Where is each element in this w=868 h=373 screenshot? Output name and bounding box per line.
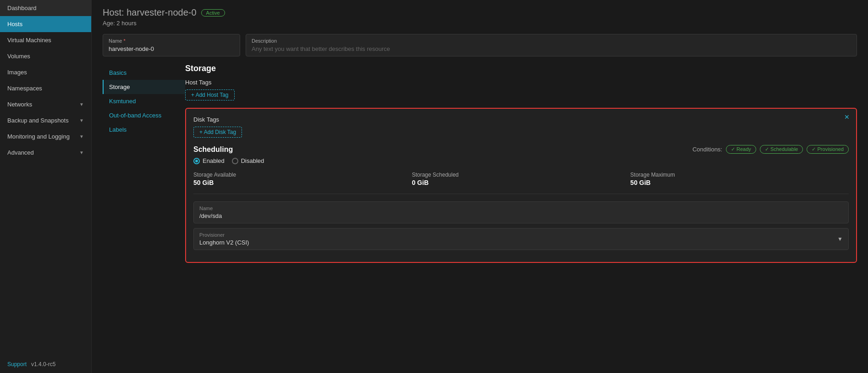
fields-row: Name * harvester-node-0 Description Any … xyxy=(103,34,857,56)
sidebar-item-advanced[interactable]: Advanced ▼ xyxy=(0,145,91,161)
scheduling-row: Scheduling Conditions: ✓ Ready ✓ Schedul… xyxy=(193,145,849,154)
condition-ready: ✓ Ready xyxy=(726,145,756,154)
sidebar-item-virtual-machines[interactable]: Virtual Machines xyxy=(0,32,91,48)
enabled-radio[interactable] xyxy=(193,158,200,164)
sidebar-item-networks[interactable]: Networks ▼ xyxy=(0,96,91,112)
subnav-ksmtuned[interactable]: Ksmtuned xyxy=(103,94,185,108)
chevron-down-icon: ▼ xyxy=(79,150,84,155)
status-badge: Active xyxy=(201,9,225,17)
chevron-down-icon: ▼ xyxy=(79,118,84,123)
version-label: v1.4.0-rc5 xyxy=(31,361,55,367)
sidebar-footer: Support v1.4.0-rc5 xyxy=(0,356,91,373)
storage-title: Storage xyxy=(185,64,857,73)
page-header: Host: harvester-node-0 Active xyxy=(103,7,857,18)
name-field-box: Name * harvester-node-0 xyxy=(103,34,240,56)
storage-scheduled-stat: Storage Scheduled 0 GiB xyxy=(412,172,631,186)
page-title-prefix: Host: xyxy=(103,7,126,17)
description-label: Description xyxy=(252,38,851,44)
name-value: harvester-node-0 xyxy=(109,45,234,52)
storage-scheduled-value: 0 GiB xyxy=(412,179,631,186)
sidebar: Dashboard Hosts Virtual Machines Volumes… xyxy=(0,0,92,373)
subnav-storage[interactable]: Storage xyxy=(103,80,185,94)
main-content: Host: harvester-node-0 Active Age: 2 hou… xyxy=(92,0,868,373)
disk-name-field: Name /dev/sda xyxy=(193,201,849,223)
scheduling-disabled-option[interactable]: Disabled xyxy=(232,157,264,164)
sidebar-item-hosts[interactable]: Hosts xyxy=(0,16,91,32)
sub-nav: Basics Storage Ksmtuned Out-of-band Acce… xyxy=(103,64,185,263)
add-host-tag-button[interactable]: + Add Host Tag xyxy=(185,89,235,100)
sidebar-item-backup-snapshots[interactable]: Backup and Snapshots ▼ xyxy=(0,112,91,128)
disk-name-label: Name xyxy=(199,206,843,211)
disabled-radio[interactable] xyxy=(232,158,238,164)
chevron-down-icon: ▼ xyxy=(79,102,84,107)
scheduling-title: Scheduling xyxy=(193,145,233,154)
sidebar-item-images[interactable]: Images xyxy=(0,64,91,80)
storage-stats: Storage Available 50 GiB Storage Schedul… xyxy=(193,172,849,194)
sidebar-item-dashboard[interactable]: Dashboard xyxy=(0,0,91,16)
subnav-basics[interactable]: Basics xyxy=(103,66,185,80)
storage-maximum-label: Storage Maximum xyxy=(630,172,849,178)
description-placeholder: Any text you want that better describes … xyxy=(252,45,851,52)
conditions-label: Conditions: xyxy=(692,146,722,153)
provisioner-label: Provisioner xyxy=(199,232,249,238)
close-icon[interactable]: ✕ xyxy=(844,113,850,121)
condition-schedulable: ✓ Schedulable xyxy=(760,145,803,154)
storage-scheduled-label: Storage Scheduled xyxy=(412,172,631,178)
add-disk-tag-button[interactable]: + Add Disk Tag xyxy=(193,127,242,138)
chevron-down-icon: ▼ xyxy=(837,236,843,242)
sidebar-item-monitoring-logging[interactable]: Monitoring and Logging ▼ xyxy=(0,128,91,145)
conditions-row: Conditions: ✓ Ready ✓ Schedulable ✓ Prov… xyxy=(692,145,849,154)
content-area: Basics Storage Ksmtuned Out-of-band Acce… xyxy=(103,64,857,263)
disk-tags-label: Disk Tags xyxy=(193,116,849,123)
storage-available-stat: Storage Available 50 GiB xyxy=(193,172,412,186)
condition-provisioned: ✓ Provisioned xyxy=(807,145,849,154)
host-tags-label: Host Tags xyxy=(185,79,857,86)
disk-card: ✕ Disk Tags + Add Disk Tag Scheduling Co… xyxy=(185,108,857,263)
page-age: Age: 2 hours xyxy=(103,20,857,27)
storage-available-value: 50 GiB xyxy=(193,179,412,186)
scheduling-toggle-row: Enabled Disabled xyxy=(193,157,849,164)
storage-maximum-value: 50 GiB xyxy=(630,179,849,186)
storage-maximum-stat: Storage Maximum 50 GiB xyxy=(630,172,849,186)
sidebar-item-volumes[interactable]: Volumes xyxy=(0,48,91,64)
support-link[interactable]: Support xyxy=(7,361,27,367)
storage-available-label: Storage Available xyxy=(193,172,412,178)
provisioner-value: Longhorn V2 (CSI) xyxy=(199,239,249,246)
page-title: Host: harvester-node-0 xyxy=(103,7,197,18)
disk-name-value: /dev/sda xyxy=(199,212,843,219)
disk-provisioner-field[interactable]: Provisioner Longhorn V2 (CSI) ▼ xyxy=(193,228,849,250)
scheduling-enabled-option[interactable]: Enabled xyxy=(193,157,225,164)
sidebar-item-namespaces[interactable]: Namespaces xyxy=(0,80,91,96)
storage-section: Storage Host Tags + Add Host Tag ✕ Disk … xyxy=(185,64,857,263)
chevron-down-icon: ▼ xyxy=(79,134,84,139)
description-field-box: Description Any text you want that bette… xyxy=(246,34,857,56)
subnav-out-of-band[interactable]: Out-of-band Access xyxy=(103,108,185,122)
subnav-labels[interactable]: Labels xyxy=(103,122,185,137)
page-title-name: harvester-node-0 xyxy=(126,7,196,17)
name-label: Name * xyxy=(109,38,234,44)
